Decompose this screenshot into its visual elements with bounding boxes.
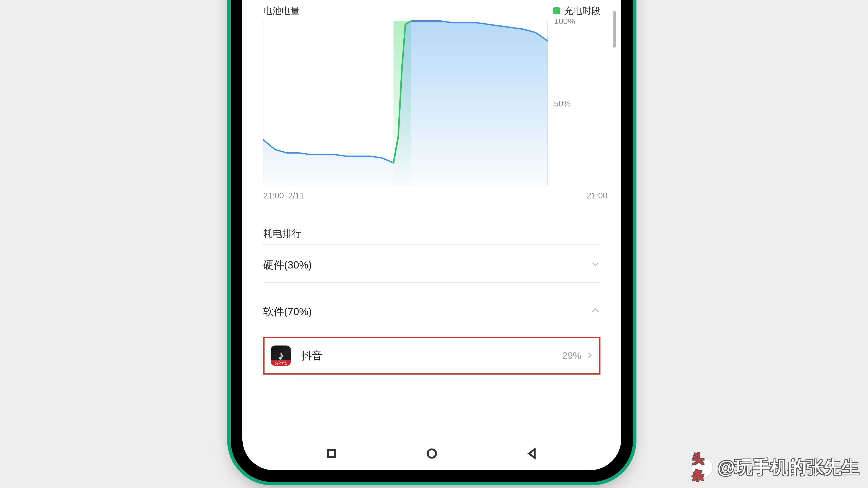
- toutiao-logo-icon: 头条: [691, 457, 713, 478]
- ranking-title: 耗电排行: [263, 227, 302, 240]
- chart-x-axis-ticks: 21:00 2/11 21:00: [263, 191, 608, 200]
- scrollbar[interactable]: [613, 11, 616, 48]
- douyin-icon-ribbon: 分20亿: [271, 360, 291, 366]
- phone-screen: 电池电量 充电时段 100%50% 21:00 2/11 21:00: [242, 0, 621, 470]
- hardware-label: 硬件(30%): [263, 258, 312, 272]
- x-tick-end: 21:00: [587, 191, 608, 200]
- app-percent: 29%: [562, 350, 581, 361]
- nav-back-button[interactable]: [526, 447, 538, 461]
- nav-home-button[interactable]: [426, 447, 438, 461]
- svg-text:100%: 100%: [554, 19, 575, 26]
- battery-chart: 100%50% 21:00 2/11 21:00: [263, 19, 608, 200]
- phone-frame: 电池电量 充电时段 100%50% 21:00 2/11 21:00: [233, 0, 630, 479]
- software-row[interactable]: 软件(70%): [263, 299, 600, 325]
- music-note-icon: ♪: [278, 348, 284, 362]
- software-label: 软件(70%): [263, 305, 312, 319]
- battery-chart-svg: 100%50%: [263, 19, 602, 188]
- watermark-text: @玩手机的张先生: [717, 455, 859, 479]
- legend-swatch-icon: [553, 7, 560, 14]
- x-tick-date: 2/11: [288, 191, 304, 200]
- divider: [294, 380, 600, 380]
- chevron-up-icon: [590, 305, 600, 318]
- android-nav-bar: [242, 438, 621, 470]
- toutiao-logo-text: 头条: [692, 451, 712, 484]
- hardware-row[interactable]: 硬件(30%): [263, 252, 600, 278]
- app-name: 抖音: [302, 349, 322, 363]
- watermark: 头条 @玩手机的张先生: [691, 455, 859, 479]
- svg-marker-6: [529, 449, 535, 458]
- divider: [263, 245, 600, 245]
- chevron-down-icon: [590, 259, 600, 271]
- nav-recents-button[interactable]: [325, 447, 338, 461]
- svg-rect-4: [328, 450, 335, 457]
- charging-legend: 充电时段: [553, 5, 600, 17]
- douyin-icon: ♪ 分20亿: [271, 346, 291, 366]
- svg-point-5: [428, 449, 436, 458]
- chart-header: 电池电量 充电时段: [263, 5, 600, 17]
- divider: [263, 282, 600, 283]
- svg-text:50%: 50%: [554, 99, 570, 108]
- app-row-douyin[interactable]: ♪ 分20亿 抖音 29%: [263, 336, 600, 375]
- chevron-right-icon: [585, 351, 594, 360]
- charging-legend-label: 充电时段: [564, 5, 600, 17]
- x-tick-start: 21:00: [263, 191, 284, 200]
- battery-level-label: 电池电量: [263, 5, 300, 17]
